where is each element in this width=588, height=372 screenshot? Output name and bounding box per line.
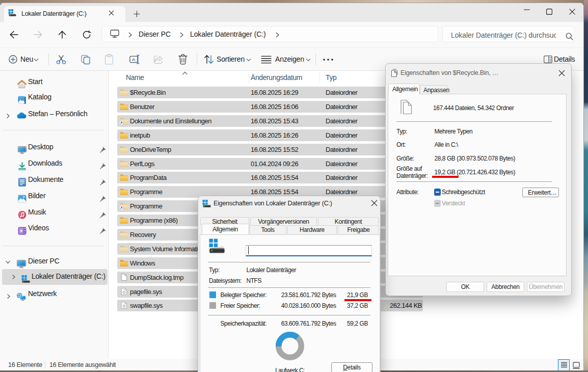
svg-text:A: A bbox=[132, 57, 136, 62]
